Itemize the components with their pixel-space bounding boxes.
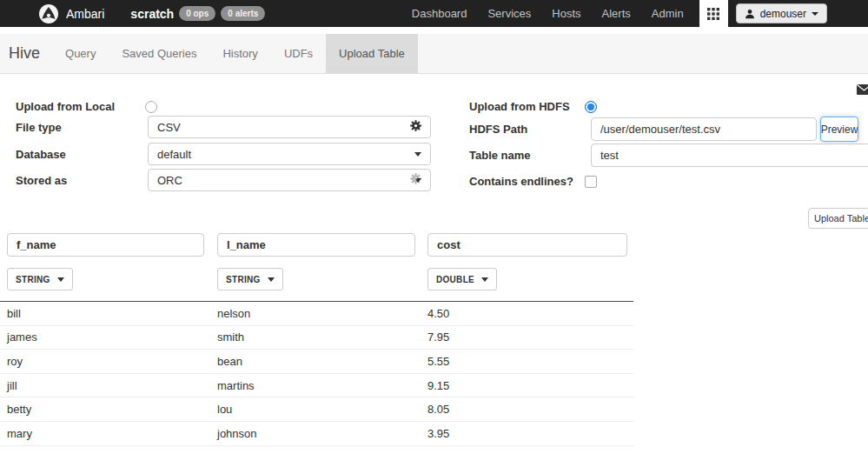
cell-l-name: nelson [210, 307, 421, 320]
cell-f-name: james [0, 330, 210, 344]
user-menu-button[interactable]: demouser [736, 3, 827, 23]
table-row: james smith 7.95 [0, 326, 633, 351]
cell-l-name: martins [210, 379, 421, 392]
column-name-input-3[interactable] [427, 233, 627, 257]
upload-from-local-radio[interactable] [145, 101, 157, 113]
caret-down-icon [812, 12, 818, 16]
brand-name[interactable]: Ambari [66, 7, 104, 21]
contains-endlines-checkbox[interactable] [585, 176, 597, 188]
file-type-label: File type [16, 121, 62, 134]
table-name-input[interactable] [591, 144, 868, 167]
column-type-select-2[interactable]: STRING [217, 268, 283, 290]
table-row: mary johnson 3.95 [0, 422, 633, 446]
preview-data-table: bill nelson 4.50 james smith 7.95 roy be… [0, 301, 633, 446]
chevron-down-icon [57, 277, 64, 282]
message-envelope-icon[interactable] [857, 84, 868, 95]
tab-udfs[interactable]: UDFs [271, 34, 326, 73]
column-type-select-3[interactable]: DOUBLE [427, 268, 497, 290]
cell-f-name: bill [0, 307, 210, 320]
table-row: betty lou 8.05 [0, 397, 633, 422]
views-menu-button[interactable] [699, 0, 728, 27]
stored-as-value: ORC [157, 174, 182, 187]
contains-endlines-label: Contains endlines? [469, 175, 573, 188]
chevron-down-icon [481, 277, 488, 282]
app-title: Hive [0, 44, 52, 63]
ambari-logo[interactable] [38, 3, 59, 24]
tab-saved-queries[interactable]: Saved Queries [109, 34, 209, 73]
chevron-down-icon [268, 277, 275, 282]
ops-badge[interactable]: 0 ops [179, 6, 215, 21]
cell-cost: 4.50 [421, 307, 633, 320]
cell-cost: 7.95 [421, 330, 633, 344]
column-name-input-2[interactable] [217, 233, 415, 257]
nav-link-alerts[interactable]: Alerts [592, 0, 641, 27]
cell-l-name: johnson [210, 427, 421, 440]
file-type-value: CSV [157, 121, 181, 134]
tab-upload-table[interactable]: Upload Table [326, 34, 418, 73]
table-row: jill martins 9.15 [0, 374, 633, 398]
alerts-badge[interactable]: 0 alerts [221, 6, 265, 21]
hdfs-path-label: HDFS Path [469, 123, 527, 136]
cluster-name: scratch [130, 7, 174, 21]
nav-link-dashboard[interactable]: Dashboard [401, 0, 478, 27]
table-row: bill nelson 4.50 [0, 302, 633, 326]
user-name: demouser [760, 8, 806, 20]
stored-as-select[interactable]: ORC [148, 169, 431, 191]
upload-from-hdfs-radio[interactable] [585, 101, 597, 113]
tab-history[interactable]: History [209, 34, 270, 73]
cell-f-name: betty [0, 403, 210, 416]
file-type-select[interactable]: CSV [148, 116, 431, 138]
column-type-value-3: DOUBLE [436, 275, 474, 284]
nav-link-services[interactable]: Services [477, 0, 541, 27]
cell-cost: 9.15 [421, 379, 633, 392]
column-type-select-1[interactable]: STRING [7, 268, 73, 290]
cell-cost: 5.55 [421, 355, 633, 368]
cell-cost: 3.95 [421, 427, 633, 440]
stored-as-settings-gear-icon[interactable] [409, 172, 422, 185]
hive-tabbar: Hive Query Saved Queries History UDFs Up… [0, 34, 868, 74]
nav-link-hosts[interactable]: Hosts [541, 0, 591, 27]
cell-f-name: mary [0, 427, 210, 440]
cell-f-name: roy [0, 355, 210, 368]
database-label: Database [16, 148, 66, 161]
column-type-value-2: STRING [226, 275, 261, 284]
upload-from-hdfs-label: Upload from HDFS [469, 100, 570, 113]
hdfs-path-input[interactable] [591, 117, 817, 141]
cell-f-name: jill [0, 379, 210, 392]
column-type-value-1: STRING [16, 275, 50, 284]
page: Ambari scratch 0 ops 0 alerts Dashboard … [0, 0, 868, 454]
upload-from-local-label: Upload from Local [16, 100, 115, 113]
table-row: roy bean 5.55 [0, 350, 633, 374]
ambari-logo-icon [38, 3, 59, 24]
database-value: default [157, 148, 191, 161]
stored-as-label: Stored as [16, 174, 67, 187]
cell-l-name: bean [210, 355, 421, 368]
file-type-settings-gear-icon[interactable] [409, 119, 422, 132]
grid-icon [707, 8, 719, 20]
column-name-input-1[interactable] [7, 233, 204, 257]
chevron-down-icon [414, 152, 421, 157]
cell-l-name: lou [210, 403, 421, 416]
nav-link-admin[interactable]: Admin [641, 0, 694, 27]
top-navbar: Ambari scratch 0 ops 0 alerts Dashboard … [0, 0, 868, 27]
user-icon [745, 9, 755, 19]
cell-l-name: smith [210, 330, 421, 344]
table-name-label: Table name [469, 149, 531, 162]
database-select[interactable]: default [148, 143, 431, 165]
upload-table-button[interactable]: Upload Table [808, 208, 868, 229]
preview-button[interactable]: Preview [820, 117, 858, 142]
tab-query[interactable]: Query [52, 34, 109, 73]
cell-cost: 8.05 [421, 403, 633, 416]
